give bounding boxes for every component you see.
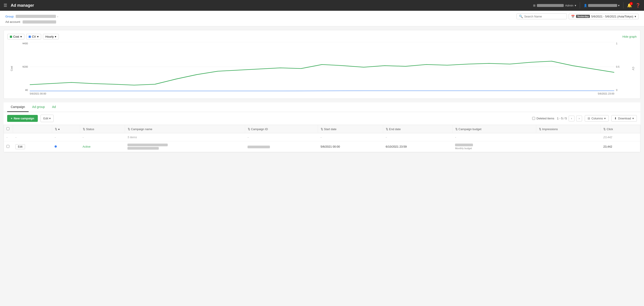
group-value[interactable] [16, 15, 56, 18]
th-impressions[interactable]: ⇅ Impressions [536, 125, 600, 133]
row-status-label: Active [82, 145, 90, 148]
summary-col5: 5 items [125, 133, 245, 141]
search-icon: 🔍 [519, 15, 523, 18]
edit-label: Edit [44, 117, 48, 120]
breadcrumb: Group: › [5, 15, 58, 18]
download-label: Download [618, 117, 631, 120]
help-icon[interactable]: ❓ [636, 3, 640, 8]
line-chart-svg [30, 42, 614, 91]
columns-button[interactable]: ⊟ Columns ▾ [585, 115, 609, 122]
edit-dropdown-icon: ▾ [49, 117, 51, 120]
search-input[interactable] [524, 15, 564, 18]
edit-button[interactable]: Edit ▾ [40, 115, 54, 122]
new-campaign-label: New campaign [14, 117, 34, 120]
row-checkbox-cell [4, 141, 13, 152]
y-left-min: ¥0 [25, 89, 28, 91]
tabs-section: Campaign Ad group Ad [4, 102, 640, 112]
notifications-bell[interactable]: 🔔 1 [627, 3, 632, 8]
th-campaign-budget[interactable]: ⇅ Campaign budget [452, 125, 536, 133]
cost-dropdown-icon: ▾ [20, 35, 22, 38]
tabs-bar: Campaign Ad group Ad [4, 102, 640, 112]
campaign-name-blurred-2 [128, 147, 159, 150]
campaigns-table: ⇅ ● ⇅ Status ⇅ Campaign name ⇅ Campaign … [4, 125, 640, 152]
th-campaign-id[interactable]: ⇅ Campaign ID [245, 125, 318, 133]
x-axis-labels: 5/6/2021 00:00 5/6/2021 23:00 [18, 91, 626, 95]
download-button[interactable]: ⬇ Download ▾ [611, 115, 637, 122]
deleted-items-label: Deleted items [536, 117, 554, 120]
row-checkbox[interactable] [6, 145, 10, 148]
columns-label: Columns [592, 117, 603, 120]
row-status-dot [54, 145, 57, 148]
summary-col7: - [318, 133, 383, 141]
ad-account-row: Ad account: [5, 20, 639, 26]
campaign-name-blurred-1 [128, 143, 168, 146]
user-selector[interactable]: 👤 ▾ [584, 4, 620, 7]
grid-icon: ⊞ [533, 4, 536, 7]
row-edit-button[interactable]: Edit [16, 144, 25, 149]
hourly-dropdown-icon: ▾ [55, 35, 56, 38]
summary-impressions [536, 133, 600, 141]
user-icon: 👤 [584, 4, 587, 7]
chart-section: Cost ▾ CV ▾ Hourly ▾ Hide graph Cost CV … [4, 30, 640, 99]
prev-page-button[interactable]: ‹ [569, 116, 574, 121]
table-row: Edit Active 5/6/2021 00:00 [4, 141, 640, 152]
admin-dropdown-icon: ▾ [575, 4, 576, 7]
tab-ad-group[interactable]: Ad group [28, 102, 48, 112]
hourly-button[interactable]: Hourly ▾ [43, 34, 59, 39]
ad-account-value [22, 20, 56, 24]
summary-col4: - [80, 133, 125, 141]
tab-ad[interactable]: Ad [48, 102, 60, 112]
y-right-min: 0 [616, 89, 618, 91]
date-picker[interactable]: 📅 Yesterday 5/6/2021 - 5/6/2021 (Asia/To… [569, 14, 639, 19]
y-left-max: ¥400 [22, 42, 28, 45]
deleted-items-checkbox[interactable] [532, 117, 535, 120]
y-right-max: 1 [616, 42, 618, 45]
y-axis-left-label: Cost [10, 66, 13, 71]
row-campaign-name-cell [125, 141, 245, 152]
breadcrumb-separator: › [57, 15, 58, 18]
cv-dropdown-icon: ▾ [37, 35, 39, 38]
cost-button[interactable]: Cost ▾ [8, 34, 24, 39]
hide-graph-button[interactable]: Hide graph [622, 35, 636, 38]
menu-icon[interactable]: ☰ [4, 3, 7, 8]
select-all-checkbox[interactable] [6, 127, 10, 130]
row-clicks-cell: 23,442 [600, 141, 640, 152]
th-start-date[interactable]: ⇅ Start date [318, 125, 383, 133]
budget-type-label: Monthly budget [455, 147, 533, 150]
account-selector[interactable]: ⊞ Admin ▾ [533, 4, 576, 7]
th-dot[interactable]: ⇅ ● [52, 125, 80, 133]
y-left-mid: ¥200 [22, 65, 28, 68]
summary-col1: - [4, 133, 13, 141]
th-clicks[interactable]: ⇅ Click [600, 125, 640, 133]
account-label [537, 4, 564, 7]
notification-badge: 1 [630, 2, 633, 5]
user-dropdown-icon: ▾ [618, 4, 620, 7]
ad-account-label: Ad account: [5, 20, 21, 24]
next-page-button[interactable]: › [576, 116, 582, 121]
table-toolbar: + New campaign Edit ▾ Deleted items 1 - … [4, 112, 640, 125]
cv-button[interactable]: CV ▾ [26, 34, 41, 39]
app-title: Ad manager [11, 3, 530, 8]
summary-col2: - [13, 133, 52, 141]
th-status[interactable]: ⇅ Status [80, 125, 125, 133]
row-budget-cell: Monthly budget [452, 141, 536, 152]
tab-campaign[interactable]: Campaign [7, 102, 28, 112]
th-start-date-label: ⇅ Start date [321, 127, 336, 131]
pagination: 1 - 5 / 5 ‹ › [557, 116, 582, 121]
user-label [588, 4, 617, 7]
y-right-mid: 0.5 [616, 65, 620, 68]
download-icon: ⬇ [614, 117, 617, 120]
search-box[interactable]: 🔍 [516, 14, 567, 19]
hourly-label: Hourly [46, 35, 54, 38]
page-header: Group: › 🔍 📅 Yesterday 5/6/2021 - 5/6/20… [0, 11, 644, 27]
columns-icon: ⊟ [588, 117, 590, 120]
row-impressions-cell [536, 141, 600, 152]
th-campaign-name[interactable]: ⇅ Campaign name [125, 125, 245, 133]
th-campaign-name-label: ⇅ Campaign name [128, 127, 152, 131]
row-start-date-cell: 5/6/2021 00:00 [318, 141, 383, 152]
new-campaign-button[interactable]: + New campaign [7, 115, 38, 122]
download-dropdown-icon: ▾ [632, 117, 634, 120]
breadcrumb-row: Group: › 🔍 📅 Yesterday 5/6/2021 - 5/6/20… [5, 14, 639, 19]
admin-label: Admin [565, 4, 573, 7]
th-end-date[interactable]: ⇅ End date [383, 125, 452, 133]
